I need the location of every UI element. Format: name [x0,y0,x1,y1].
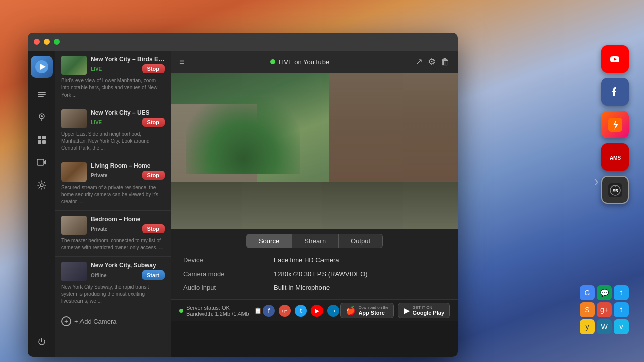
live-status-text: LIVE on YouTube [278,58,329,66]
share-icon[interactable]: ↗ [415,56,423,67]
camera-item-subway[interactable]: New York City, Subway Offline Start New … [55,257,171,310]
main-view: ≡ LIVE on YouTube ↗ ⚙ 🗑 [171,51,458,357]
nav-arrow[interactable]: › [594,172,599,190]
google-play-button[interactable]: ▶ GET IT ON Google Play [398,303,450,318]
tabs-row: Source Stream Output [171,229,458,248]
menu-icon[interactable]: ≡ [179,57,185,67]
svg-rect-8 [42,136,46,139]
camera-name-nyc-ues: New York City – UES [91,109,165,116]
footer-social: f g+ t ▶ in [263,305,339,317]
camera-name-living: Living Room – Home [91,162,165,169]
camera-desc-subway: New York City Subway, the rapid transit … [61,284,165,305]
camera-name-bedroom: Bedroom – Home [91,216,165,223]
add-circle-icon: + [61,316,71,326]
status-badge-living: Private [91,172,107,179]
camera-list-panel: New York City – Birds Eye LIVE Stop Bird… [55,51,171,357]
bandwidth-text: Bandwidth: 1.2Mb /1.4Mb [186,311,249,317]
dock-youtube[interactable] [601,45,629,73]
sidebar-item-library[interactable] [32,84,52,105]
bottom-panel: Source Stream Output Device FaceTime HD … [171,229,458,299]
status-badge-bedroom: Private [91,226,107,232]
sidebar-item-power[interactable] [32,332,52,352]
stop-button-bedroom[interactable]: Stop [142,224,165,233]
main-content: New York City – Birds Eye LIVE Stop Bird… [28,51,458,357]
svg-rect-9 [38,140,41,144]
svg-rect-4 [38,96,44,97]
delete-icon[interactable]: 🗑 [441,57,450,67]
mini-icons-row2: S g+ t [580,302,629,317]
camera-thumb-nyc-birds [61,56,87,75]
tab-stream[interactable]: Stream [292,234,338,248]
close-button[interactable] [34,39,40,45]
camera-thumb-bedroom [61,216,87,235]
svg-rect-3 [38,94,46,95]
video-overlay [171,73,458,229]
status-badge-nyc-birds: LIVE [91,66,102,72]
mini-icons-row1: G 💬 t [580,285,629,300]
camera-item-nyc-ues[interactable]: New York City – UES LIVE Stop Upper East… [55,104,171,157]
camera-item-bedroom[interactable]: Bedroom – Home Private Stop The master b… [55,211,171,257]
mini-icon-stackoverflow[interactable]: S [580,302,595,317]
sidebar-item-map[interactable] [32,107,52,127]
stop-button-living[interactable]: Stop [142,171,165,180]
top-bar: ≡ LIVE on YouTube ↗ ⚙ 🗑 [171,51,458,73]
camera-item-living-room[interactable]: Living Room – Home Private Stop Secured … [55,157,171,211]
social-twitter[interactable]: t [295,305,307,317]
stop-button-nyc-birds[interactable]: Stop [142,64,165,73]
camera-desc-living: Secured stream of a private residence, t… [61,184,165,205]
stop-button-nyc-ues[interactable]: Stop [142,118,165,127]
app-store-label: App Store [358,310,388,316]
mini-icon-wordpress[interactable]: W [597,319,612,334]
mini-icon-vimeo[interactable]: v [614,319,629,334]
app-store-button[interactable]: 🍎 Download on the App Store [340,303,394,318]
dock-ams[interactable]: AMS [601,143,629,171]
sidebar-item-video[interactable] [32,152,52,172]
mini-icon-tumblr[interactable]: t [614,285,629,300]
social-linkedin[interactable]: in [327,305,339,317]
mini-icon-twitter[interactable]: t [614,302,629,317]
mini-icon-yelp[interactable]: y [580,319,595,334]
social-youtube[interactable]: ▶ [311,305,323,317]
social-facebook[interactable]: f [263,305,275,317]
svg-point-6 [41,115,43,117]
svg-text:S5: S5 [612,188,618,193]
title-bar [28,33,458,51]
svg-text:AMS: AMS [609,155,621,161]
dock-icons: AMS S5 [601,45,629,204]
camera-name-nyc-birds: New York City – Birds Eye [91,56,165,63]
sidebar-item-grid[interactable] [32,130,52,150]
camera-mode-label: Camera mode [183,270,274,278]
camera-item-nyc-birds[interactable]: New York City – Birds Eye LIVE Stop Bird… [55,51,171,104]
minimize-button[interactable] [44,39,50,45]
app-logo[interactable] [31,56,53,78]
server-status-text: Server status: OK [186,305,249,311]
footer-stores: 🍎 Download on the App Store ▶ GET IT ON … [340,303,450,318]
svg-rect-10 [42,140,46,144]
device-value: FaceTime HD Camera [274,256,446,264]
live-status-dot [270,59,275,64]
mini-icon-gplus[interactable]: g+ [597,302,612,317]
sidebar-icons [28,51,55,357]
apple-icon: 🍎 [346,306,356,315]
dock-lightning[interactable] [601,111,629,138]
bandwidth-icon: 📋 [254,307,262,314]
footer: Server status: OK Bandwidth: 1.2Mb /1.4M… [171,299,458,321]
device-label: Device [183,256,274,264]
dock-s5[interactable]: S5 [601,176,629,204]
status-badge-nyc-ues: LIVE [91,119,102,126]
top-bar-actions: ↗ ⚙ 🗑 [415,56,450,67]
social-googleplus[interactable]: g+ [279,305,291,317]
maximize-button[interactable] [54,39,60,45]
tab-source[interactable]: Source [246,234,292,248]
add-camera-button[interactable]: + + Add Camera [55,310,171,332]
settings-icon[interactable]: ⚙ [428,56,436,67]
dock-facebook[interactable] [601,78,629,106]
start-button-subway[interactable]: Start [142,270,165,280]
mini-icon-google[interactable]: G [580,285,595,300]
mini-icon-chat[interactable]: 💬 [597,285,612,300]
sidebar-item-settings[interactable] [32,175,52,195]
tab-output[interactable]: Output [338,234,383,248]
svg-rect-7 [38,136,41,139]
live-indicator: LIVE on YouTube [270,58,329,66]
app-store-sublabel: Download on the [358,305,388,310]
